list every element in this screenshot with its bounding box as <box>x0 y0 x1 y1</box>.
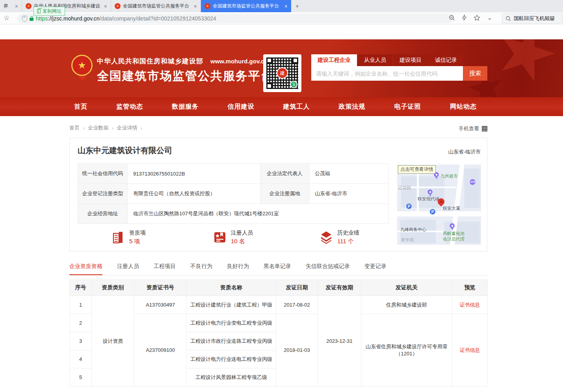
nav-item-site-news[interactable]: 网站动态 <box>450 103 477 111</box>
qual-name: 工程设计电力行业变电工程专业丙级 <box>187 314 276 332</box>
col-issue-date: 发证日期 <box>276 280 318 296</box>
close-icon[interactable]: × <box>284 4 288 9</box>
nav-item-workers[interactable]: 建筑工人 <box>283 103 310 111</box>
parking-pin-icon: P <box>406 203 412 209</box>
stat-history-performance[interactable]: 历史业绩 111 个 <box>319 229 359 245</box>
tab-dishonesty[interactable]: 失信联合惩戒记录 <box>306 261 350 275</box>
map-label-garden: 记花园 <box>398 185 411 191</box>
tab-registered-personnel[interactable]: 注册人员 <box>117 261 139 275</box>
browser-tab-active[interactable]: ★ 全国建筑市场监管公共服务平台 × <box>201 0 291 12</box>
col-name: 资质名称 <box>187 280 276 296</box>
detail-tabs: 企业资质资格 注册人员 工程项目 不良行为 良好行为 黑名单记录 失信联合惩戒记… <box>69 261 487 276</box>
chevron-down-icon[interactable]: ⌄ <box>487 14 492 21</box>
map-label-battery-1: 风帆蓄电池 <box>443 231 465 237</box>
lightning-icon[interactable] <box>462 15 467 21</box>
site-banner: ★ 中华人民共和国住房和城乡建设部www.mohurd.gov.cn 全国建筑市… <box>0 39 563 97</box>
address-value: 临沂市兰山区陶然路107号星河晶都（联安）现代城1号楼2201室 <box>128 204 389 224</box>
stat-label: 注册人员 <box>231 229 253 237</box>
breadcrumb-company-data[interactable]: 企业数据 <box>88 124 108 131</box>
table-row: 1 设计资质 A137030497 工程设计建筑行业（建筑工程）甲级 2017-… <box>70 296 488 314</box>
map-label-battery-2: 临沂总代理 <box>443 236 465 242</box>
emblem-star: ★ <box>78 60 86 71</box>
stat-label: 资质项 <box>129 229 146 237</box>
quick-search-text: 国航回应飞机颠簸 <box>514 15 555 22</box>
qual-name: 工程设计市政行业道路工程专业丙级 <box>187 332 276 350</box>
nav-item-policy[interactable]: 政策法规 <box>339 103 366 111</box>
map-label-jiufeng: 九峰商务中心 <box>400 227 426 233</box>
col-validity: 发证有效期 <box>318 280 361 296</box>
toolbar-icons: ⌄ <box>449 14 492 21</box>
stat-registered-personnel[interactable]: 注册人员 10 名 <box>213 229 253 245</box>
search-tab-personnel[interactable]: 从业人员 <box>358 54 392 66</box>
bookmark-star-icon[interactable]: ☆ <box>4 14 9 22</box>
keyword-search-input[interactable] <box>311 66 463 81</box>
site-title: 全国建筑市场监管公共服务平台 <box>97 68 273 84</box>
tab-good-behavior[interactable]: 良好行为 <box>227 261 249 275</box>
col-cert-no: 资质证书号 <box>134 280 187 296</box>
cert-no: A137030497 <box>134 296 187 314</box>
tab-qualifications[interactable]: 企业资质资格 <box>69 261 102 275</box>
row-no: 2 <box>70 314 92 332</box>
stat-qualifications[interactable]: 资质项 5 项 <box>111 229 146 245</box>
browser-tab-2[interactable]: ★ 全国建筑市场监管公共服务平台 × <box>111 0 201 12</box>
tab-title: 全国建筑市场监管公共服务平台 <box>213 3 282 9</box>
tab-change-records[interactable]: 变更记录 <box>364 261 386 275</box>
nav-item-supervision[interactable]: 监管动态 <box>116 103 143 111</box>
new-tab-button[interactable]: ＋ <box>291 0 303 12</box>
close-icon[interactable]: × <box>104 4 107 9</box>
search-button[interactable]: 搜索 <box>463 66 487 81</box>
certificate-info-link[interactable]: 证书信息 <box>460 347 480 353</box>
header-search-row: 搜索 <box>311 66 487 81</box>
table-header-row: 序号 资质类别 资质证书号 资质名称 发证日期 发证有效期 发证机关 预览 <box>70 280 488 296</box>
zoom-out-icon[interactable] <box>449 15 455 21</box>
validity-date: 2023-12-31 <box>318 296 361 386</box>
issue-date: 2017-08-02 <box>276 296 318 314</box>
nav-item-home[interactable]: 首页 <box>74 103 87 111</box>
nav-item-credit[interactable]: 信用建设 <box>227 103 254 111</box>
stat-value: 111 个 <box>337 238 359 245</box>
quick-search-box[interactable]: 国航回应飞机颠簸 <box>502 13 563 24</box>
qr-code-icon[interactable] <box>482 126 487 131</box>
company-name: 山东中元建筑设计有限公司 <box>78 145 172 156</box>
copy-url-tooltip-label: 复制网址 <box>43 8 61 15</box>
shield-icon[interactable] <box>22 16 27 22</box>
favorite-star-icon[interactable] <box>474 15 480 21</box>
tab-blacklist[interactable]: 黑名单记录 <box>264 261 291 275</box>
building-icon <box>111 230 125 244</box>
url-scheme: https <box>36 15 48 22</box>
close-icon[interactable]: × <box>194 4 197 9</box>
search-tab-project[interactable]: 建设项目 <box>393 54 428 66</box>
close-icon[interactable]: × <box>15 4 18 9</box>
company-card: 山东中元建筑设计有限公司 山东省-临沂市 统一社会信用代码 9137130267… <box>69 138 487 251</box>
atm-pin-icon: ATM <box>469 179 476 185</box>
browser-tab-0[interactable]: 界 × <box>0 0 22 12</box>
row-no: 4 <box>70 350 92 368</box>
address-bar[interactable]: https://jzsc.mohurd.gov.cn/data/company/… <box>17 14 453 23</box>
qr-pattern-icon: 建 S <box>266 57 298 89</box>
certificate-info-link[interactable]: 证书信息 <box>460 302 480 308</box>
browser-tab-bar: 界 × ★ 中华人民共和国住房和城乡建设 × ★ 全国建筑市场监管公共服务平台 … <box>0 0 563 12</box>
breadcrumb-company-detail[interactable]: 企业详情 <box>117 124 137 131</box>
ministry-website: www.mohurd.gov.cn <box>210 58 268 65</box>
map-label-supermarket: 九州超市 <box>440 173 458 179</box>
stat-label: 历史业绩 <box>337 229 359 237</box>
reg-place-label: 企业注册属地 <box>260 184 309 204</box>
qual-name: 工程设计风景园林工程专项乙级 <box>187 368 276 386</box>
breadcrumb-home[interactable]: 首页 <box>69 124 80 131</box>
search-tab-credit[interactable]: 诚信记录 <box>429 54 463 66</box>
tab-projects[interactable]: 工程项目 <box>154 261 176 275</box>
reg-type-value: 有限责任公司（自然人投资或控股） <box>128 184 260 204</box>
mobile-view[interactable]: 手机查看 <box>459 125 487 132</box>
legal-rep-value: 公茂福 <box>309 164 389 184</box>
nav-item-e-license[interactable]: 电子证照 <box>394 103 421 111</box>
map-tooltip: 点击可查看详情 <box>398 165 436 174</box>
nav-item-data-service[interactable]: 数据服务 <box>172 103 199 111</box>
url-path: /data/company/detail?id=0021052912405330… <box>100 15 216 22</box>
row-no: 3 <box>70 332 92 350</box>
layers-icon <box>319 230 333 244</box>
search-tab-enterprise[interactable]: 建设工程企业 <box>311 54 357 66</box>
site-favicon-icon: ★ <box>115 3 121 9</box>
tab-bad-behavior[interactable]: 不良行为 <box>190 261 212 275</box>
location-map[interactable]: 点击可查看详情 九州超市 ATM 记花园 联安现代城 联安大厦 P P 九峰商务… <box>397 165 481 245</box>
col-authority: 发证机关 <box>361 280 452 296</box>
